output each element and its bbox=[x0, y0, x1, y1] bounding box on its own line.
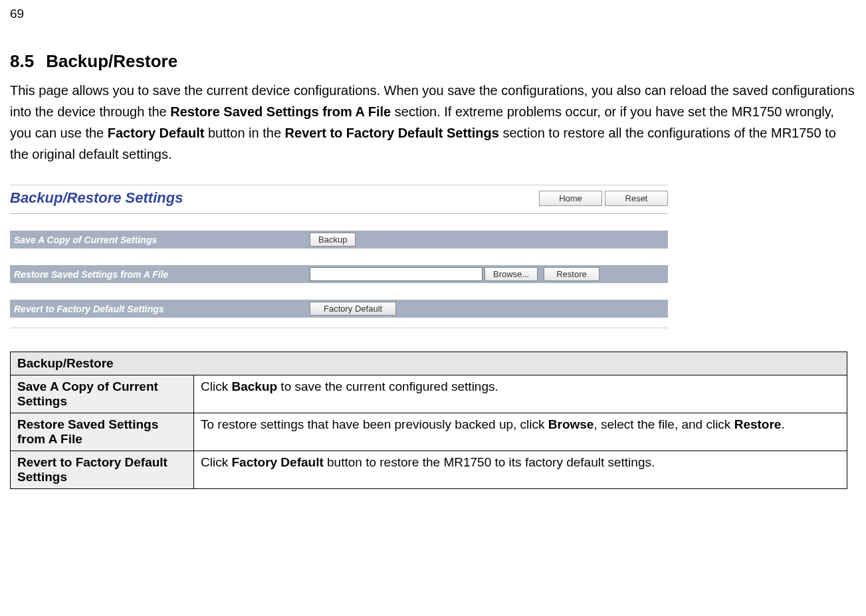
ui-header: Backup/Restore Settings Home Reset bbox=[10, 185, 668, 214]
intro-bold-factory: Factory Default bbox=[108, 126, 205, 140]
cell-bold: Factory Default bbox=[231, 455, 323, 469]
table-right-cell: Click Backup to save the current configu… bbox=[194, 375, 847, 413]
cell-text: , select the file, and click bbox=[594, 417, 734, 431]
table-left-cell: Restore Saved Settings from A File bbox=[11, 413, 194, 451]
intro-paragraph: This page allows you to save the current… bbox=[10, 80, 856, 165]
table-right-cell: Click Factory Default button to restore … bbox=[194, 451, 847, 489]
section-heading: 8.5Backup/Restore bbox=[10, 51, 856, 72]
page-number: 69 bbox=[10, 7, 856, 21]
table-right-cell: To restore settings that have been previ… bbox=[194, 413, 847, 451]
cell-text: Click bbox=[201, 379, 231, 393]
factory-default-button[interactable]: Factory Default bbox=[310, 302, 396, 316]
table-left-cell: Save A Copy of Current Settings bbox=[11, 375, 194, 413]
ui-panel-title: Backup/Restore Settings bbox=[10, 189, 183, 207]
ui-row-save-copy: Save A Copy of Current Settings Backup bbox=[10, 231, 668, 249]
table-row: Restore Saved Settings from A File To re… bbox=[11, 413, 847, 451]
reset-button[interactable]: Reset bbox=[605, 191, 668, 206]
ui-row-label: Restore Saved Settings from A File bbox=[14, 269, 310, 280]
ui-row-restore: Restore Saved Settings from A File Brows… bbox=[10, 265, 668, 283]
ui-top-buttons: Home Reset bbox=[539, 191, 668, 206]
table-left-cell: Revert to Factory Default Settings bbox=[11, 451, 194, 489]
intro-bold-revert: Revert to Factory Default Settings bbox=[285, 126, 499, 140]
cell-bold: Browse bbox=[548, 417, 594, 431]
cell-text: . bbox=[781, 417, 784, 431]
cell-text: To restore settings that have been previ… bbox=[201, 417, 548, 431]
cell-text: to save the current configured settings. bbox=[277, 379, 498, 393]
table-row: Revert to Factory Default Settings Click… bbox=[11, 451, 847, 489]
backup-button[interactable]: Backup bbox=[310, 233, 356, 247]
intro-text: button in the bbox=[204, 126, 284, 140]
heading-title: Backup/Restore bbox=[46, 51, 177, 71]
ui-panel: Backup/Restore Settings Home Reset Save … bbox=[10, 185, 668, 328]
cell-text: Click bbox=[201, 455, 231, 469]
cell-bold: Backup bbox=[231, 379, 277, 393]
cell-text: button to restore the MR1750 to its fact… bbox=[324, 455, 655, 469]
table-row: Save A Copy of Current Settings Click Ba… bbox=[11, 375, 847, 413]
file-path-input[interactable] bbox=[310, 267, 483, 281]
cell-bold: Restore bbox=[734, 417, 782, 431]
browse-button[interactable]: Browse... bbox=[485, 267, 538, 281]
intro-bold-restore: Restore Saved Settings from A File bbox=[170, 104, 391, 119]
ui-row-label: Save A Copy of Current Settings bbox=[14, 235, 310, 245]
table-header: Backup/Restore bbox=[11, 352, 847, 375]
ui-row-label: Revert to Factory Default Settings bbox=[14, 304, 310, 314]
description-table: Backup/Restore Save A Copy of Current Se… bbox=[10, 352, 847, 489]
restore-button[interactable]: Restore bbox=[544, 267, 599, 281]
home-button[interactable]: Home bbox=[539, 191, 602, 206]
heading-number: 8.5 bbox=[10, 51, 34, 71]
ui-row-revert: Revert to Factory Default Settings Facto… bbox=[10, 300, 668, 318]
